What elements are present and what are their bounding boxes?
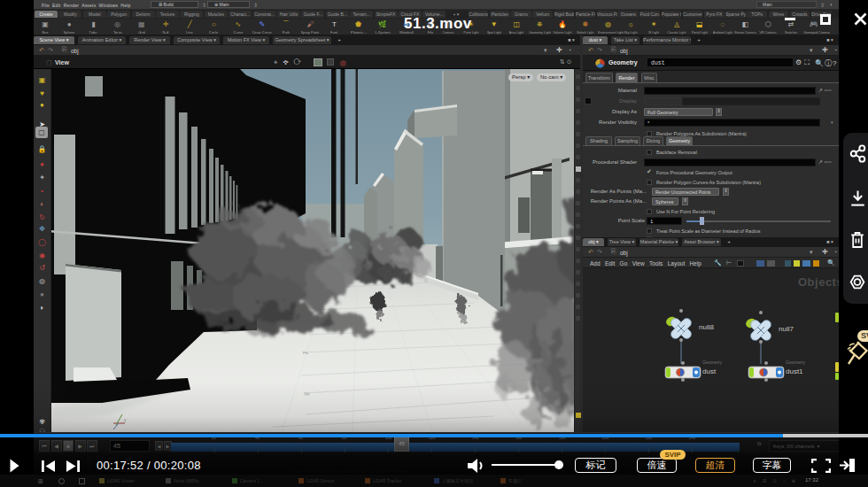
svg-text:Pto: Pto [303, 351, 309, 355]
svg-text:Qty: Qty [304, 391, 309, 396]
